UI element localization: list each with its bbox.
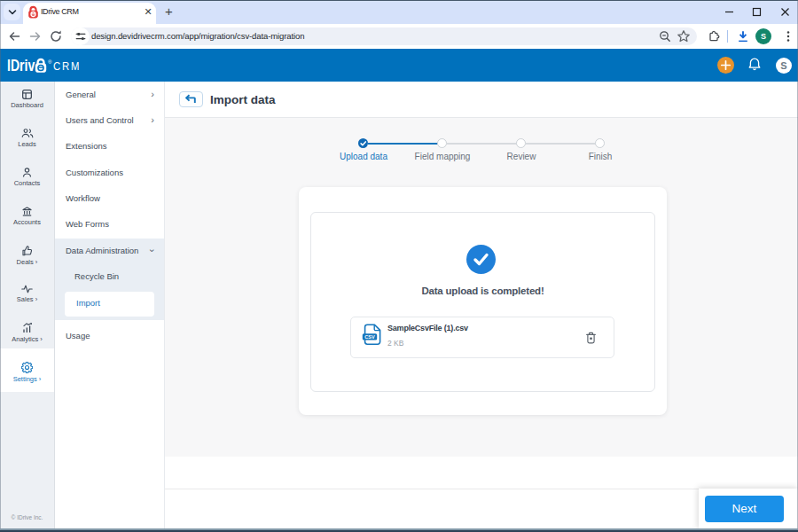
svg-text:CSV: CSV bbox=[364, 334, 375, 340]
